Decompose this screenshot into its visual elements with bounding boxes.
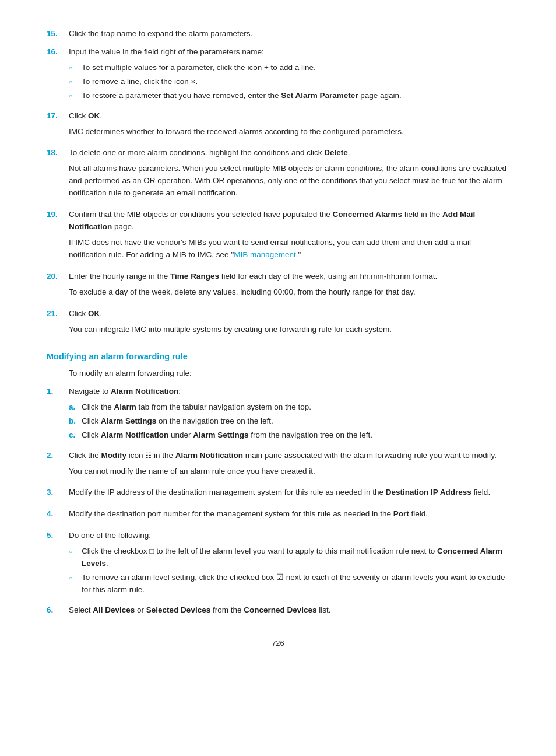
mod-step-1-alpha: a. Click the Alarm tab from the tabular … (69, 401, 509, 442)
mod-step-3-number: 3. (47, 487, 69, 499)
mod-step-5-number: 5. (47, 530, 69, 542)
bullet-icon-2: ○ (69, 78, 82, 87)
step-18-intro: To delete one or more alarm conditions, … (69, 147, 509, 159)
mod-step-5: 5. Do one of the following: ○ Click the … (47, 530, 509, 598)
mod-step-1: 1. Navigate to Alarm Notification: a. Cl… (47, 386, 509, 444)
step-16-bullet-2: ○ To remove a line, click the icon ×. (69, 76, 509, 88)
section-intro: To modify an alarm forwarding rule: (69, 368, 509, 380)
mod-step-6: 6. Select All Devices or Selected Device… (47, 604, 509, 620)
step-16-content: Input the value in the field right of th… (69, 46, 509, 104)
step-19: 19. Confirm that the MIB objects or cond… (47, 209, 509, 265)
mod-step-2-continuation: You cannot modify the name of an alarm r… (69, 466, 509, 478)
step-21-text: Click OK. (69, 308, 509, 320)
alpha-b-label: b. (69, 415, 82, 428)
mod-step-2-content: Click the Modify icon ☷ in the Alarm Not… (69, 450, 509, 481)
mod-step-3-content: Modify the IP address of the destination… (69, 487, 509, 502)
mod-step-5-content: Do one of the following: ○ Click the che… (69, 530, 509, 598)
bullet-icon-1: ○ (69, 64, 82, 73)
step-19-number: 19. (47, 209, 69, 221)
step-21-number: 21. (47, 308, 69, 320)
mib-management-link[interactable]: MIB management (234, 250, 296, 259)
mod-step-6-intro: Select All Devices or Selected Devices f… (69, 604, 509, 617)
step-21-content: Click OK. You can integrate IMC into mul… (69, 308, 509, 340)
step-16-bullet-1: ○ To set multiple values for a parameter… (69, 62, 509, 74)
step-20-continuation: To exclude a day of the week, delete any… (69, 286, 509, 299)
alpha-c-label: c. (69, 429, 82, 442)
modifying-section: Modifying an alarm forwarding rule To mo… (47, 350, 509, 620)
mod-step-2: 2. Click the Modify icon ☷ in the Alarm … (47, 450, 509, 481)
step-20-number: 20. (47, 271, 69, 283)
step-17-text: Click OK. (69, 110, 509, 123)
step-16-number: 16. (47, 46, 69, 58)
mod-step-3: 3. Modify the IP address of the destinat… (47, 487, 509, 502)
alpha-a-label: a. (69, 401, 82, 414)
step-17: 17. Click OK. IMC determines whether to … (47, 110, 509, 142)
step-20-intro: Enter the hourly range in the Time Range… (69, 271, 509, 283)
mod-step-4: 4. Modify the destination port number fo… (47, 508, 509, 524)
mod-step-1-alpha-b: b. Click Alarm Settings on the navigatio… (69, 415, 509, 428)
mod-step-2-intro: Click the Modify icon ☷ in the Alarm Not… (69, 450, 509, 462)
mod-step-5-bullet-1: ○ Click the checkbox □ to the left of th… (69, 545, 509, 570)
step-18-continuation: Not all alarms have parameters. When you… (69, 163, 509, 200)
mod-step-5-bullet-2: ○ To remove an alarm level setting, clic… (69, 572, 509, 596)
step-15-number: 15. (47, 28, 69, 40)
mod-step-4-intro: Modify the destination port number for t… (69, 508, 509, 520)
bullet-icon-3: ○ (69, 92, 82, 101)
step-17-content: Click OK. IMC determines whether to forw… (69, 110, 509, 142)
step-20-content: Enter the hourly range in the Time Range… (69, 271, 509, 302)
mod-step-1-content: Navigate to Alarm Notification: a. Click… (69, 386, 509, 444)
mod-step-4-number: 4. (47, 508, 69, 520)
step-16-intro: Input the value in the field right of th… (69, 46, 509, 58)
bullet-icon-mod-5-1: ○ (69, 547, 82, 556)
step-15: 15. Click the trap name to expand the al… (47, 28, 509, 40)
step-15-content: Click the trap name to expand the alarm … (69, 28, 509, 40)
step-19-content: Confirm that the MIB objects or conditio… (69, 209, 509, 265)
mod-step-4-content: Modify the destination port number for t… (69, 508, 509, 524)
step-16: 16. Input the value in the field right o… (47, 46, 509, 104)
step-21-continuation: You can integrate IMC into multiple syst… (69, 324, 509, 336)
mod-step-6-content: Select All Devices or Selected Devices f… (69, 604, 509, 620)
step-21: 21. Click OK. You can integrate IMC into… (47, 308, 509, 340)
step-19-intro: Confirm that the MIB objects or conditio… (69, 209, 509, 233)
step-16-bullets: ○ To set multiple values for a parameter… (69, 62, 509, 102)
step-20: 20. Enter the hourly range in the Time R… (47, 271, 509, 302)
mod-step-1-intro: Navigate to Alarm Notification: (69, 386, 509, 398)
steps-section: 15. Click the trap name to expand the al… (47, 28, 509, 340)
step-18-number: 18. (47, 147, 69, 159)
step-18-content: To delete one or more alarm conditions, … (69, 147, 509, 203)
step-18: 18. To delete one or more alarm conditio… (47, 147, 509, 203)
mod-step-1-alpha-a: a. Click the Alarm tab from the tabular … (69, 401, 509, 414)
step-17-continuation: IMC determines whether to forward the re… (69, 126, 509, 138)
step-15-text: Click the trap name to expand the alarm … (69, 29, 252, 38)
page-number: 726 (47, 638, 509, 649)
mod-step-1-number: 1. (47, 386, 69, 398)
step-19-continuation: If IMC does not have the vendor's MIBs y… (69, 237, 509, 261)
mod-step-5-intro: Do one of the following: (69, 530, 509, 542)
mod-step-5-bullets: ○ Click the checkbox □ to the left of th… (69, 545, 509, 596)
section-heading: Modifying an alarm forwarding rule (47, 350, 509, 363)
mod-step-1-alpha-c: c. Click Alarm Notification under Alarm … (69, 429, 509, 442)
step-17-number: 17. (47, 110, 69, 123)
mod-step-6-number: 6. (47, 604, 69, 617)
mod-step-2-number: 2. (47, 450, 69, 462)
step-16-bullet-3: ○ To restore a parameter that you have r… (69, 90, 509, 102)
bullet-icon-mod-5-2: ○ (69, 573, 82, 583)
mod-step-3-intro: Modify the IP address of the destination… (69, 487, 509, 499)
